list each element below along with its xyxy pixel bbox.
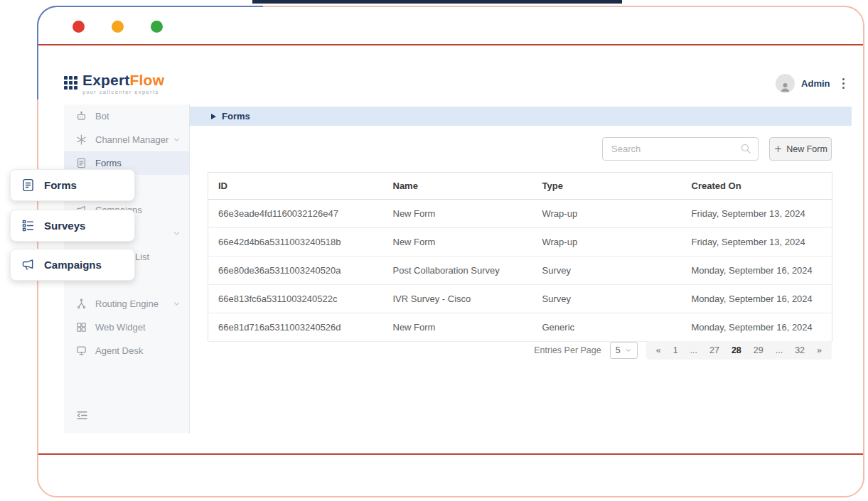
sidebar-item-channel-manager[interactable]: Channel Manager [64,128,189,151]
page-28-button[interactable]: 28 [732,345,741,355]
entries-per-page-value: 5 [616,345,621,355]
table-cell: Monday, September 16, 2024 [682,257,832,285]
person-icon [779,81,791,93]
forms-table: IDNameTypeCreated On 66e3eade4fd11600321… [208,172,832,342]
close-button[interactable] [73,21,85,33]
table-cell: Friday, September 13, 2024 [682,228,832,257]
column-header-created-on: Created On [682,173,832,200]
sidebar-item-bot[interactable]: Bot [64,104,189,128]
new-form-button[interactable]: New Form [769,137,832,161]
logo-text-secondary: Flow [130,72,165,88]
web-widget-icon [75,321,87,333]
prev-page-button[interactable]: « [656,345,661,355]
logo: ExpertFlow your callcenter experts [64,72,164,95]
bot-icon [75,110,87,122]
table-cell: Survey [532,285,682,313]
user-menu[interactable]: Admin [776,74,846,93]
sidebar-item-label: Forms [95,158,122,168]
sidebar-item-agent-desk[interactable]: Agent Desk [64,339,189,362]
pagination-ellipsis: ... [776,345,783,355]
table-body: 66e3eade4fd1160032126e47New FormWrap-upF… [208,200,832,342]
table-row[interactable]: 66e3eade4fd1160032126e47New FormWrap-upF… [208,200,832,228]
new-form-label: New Form [786,144,827,154]
top-accent-strip [252,0,622,4]
sidebar-item-routing-engine[interactable]: Routing Engine [64,292,189,316]
page-27-button[interactable]: 27 [709,345,719,355]
callout-campaigns[interactable]: Campaigns [10,249,135,281]
bottom-divider-line [38,453,863,455]
page-32-button[interactable]: 32 [795,345,805,355]
main-content: Forms New Form IDNameTypeCreated On 66e3… [190,107,852,433]
table-cell: Friday, September 13, 2024 [682,200,832,228]
page-1-button[interactable]: 1 [673,345,678,355]
table-cell: Monday, September 16, 2024 [682,313,832,342]
chevron-down-icon [173,136,181,144]
callout-label: Campaigns [44,259,102,271]
pagination-pages: «1...272829...32» [646,341,832,360]
table-row[interactable]: 66e42d4b6a5311003240518bNew FormWrap-upF… [208,228,832,257]
survey-callout-icon [21,218,36,233]
table-cell: Generic [532,313,682,342]
user-name: Admin [801,78,830,89]
canvas: ExpertFlow your callcenter experts Admin… [0,0,868,501]
table-cell: New Form [383,313,532,342]
sidebar-item-label: Bot [95,111,109,122]
pagination: Entries Per Page 5 «1...272829...32» [534,341,832,360]
column-header-type: Type [532,173,682,200]
entries-per-page-select[interactable]: 5 [610,342,638,359]
chevron-down-icon [625,347,632,354]
callout-label: Forms [44,179,77,191]
entries-per-page-label: Entries Per Page [534,345,601,355]
table-cell: Survey [532,257,682,285]
kebab-menu-icon[interactable] [841,75,847,92]
table-cell: Post Collaboration Survey [383,257,532,285]
search-icon [739,142,752,155]
column-header-name: Name [383,173,532,200]
table-cell: 66e81d716a5311003240526d [208,313,383,342]
next-page-button[interactable]: » [817,345,822,355]
logo-text-primary: Expert [82,72,130,88]
page-29-button[interactable]: 29 [754,345,763,355]
table-cell: IVR Survey - Cisco [383,285,532,313]
form-callout-icon [21,178,36,193]
breadcrumb-label[interactable]: Forms [222,111,250,122]
table-cell: 66e3eade4fd1160032126e47 [208,200,383,228]
breadcrumb: Forms [190,107,852,126]
avatar[interactable] [776,74,795,93]
sidebar-item-web-widget[interactable]: Web Widget [64,316,189,339]
sidebar-item-label: Routing Engine [95,298,159,309]
logo-grid-icon [64,76,77,90]
maximize-button[interactable] [151,21,163,33]
app-header: ExpertFlow your callcenter experts Admin [64,68,852,105]
chevron-down-icon [173,230,181,237]
top-divider-line [38,44,863,45]
channel-manager-icon [75,134,87,146]
forms-icon [75,157,87,169]
chevron-down-icon [173,300,181,308]
pagination-ellipsis: ... [690,345,697,355]
plus-icon [773,144,783,153]
callout-forms[interactable]: Forms [10,169,135,201]
sidebar-item-label: Web Widget [95,322,146,333]
sidebar-item-label: List [135,252,149,262]
routing-engine-icon [75,298,87,310]
logo-tagline: your callcenter experts [82,89,164,95]
sidebar-collapse-icon[interactable] [75,409,89,422]
table-header-row: IDNameTypeCreated On [208,173,832,200]
column-header-id: ID [208,173,383,200]
table-row[interactable]: 66e80de36a5311003240520aPost Collaborati… [208,257,832,285]
app-window: ExpertFlow your callcenter experts Admin… [37,6,864,497]
logo-text: ExpertFlow [82,72,164,88]
table-cell: 66e42d4b6a5311003240518b [208,228,383,257]
table-row[interactable]: 66e813fc6a5311003240522cIVR Survey - Cis… [208,285,832,313]
sidebar-item-label: Channel Manager [95,134,168,145]
table-row[interactable]: 66e81d716a5311003240526dNew FormGenericM… [208,313,832,342]
minimize-button[interactable] [112,21,124,33]
agent-desk-icon [75,345,87,357]
callout-surveys[interactable]: Surveys [10,210,135,242]
search-input[interactable] [602,137,759,161]
table-cell: Wrap-up [532,228,682,257]
search-box [602,137,759,161]
table-cell: New Form [383,200,532,228]
table-cell: Wrap-up [532,200,682,228]
